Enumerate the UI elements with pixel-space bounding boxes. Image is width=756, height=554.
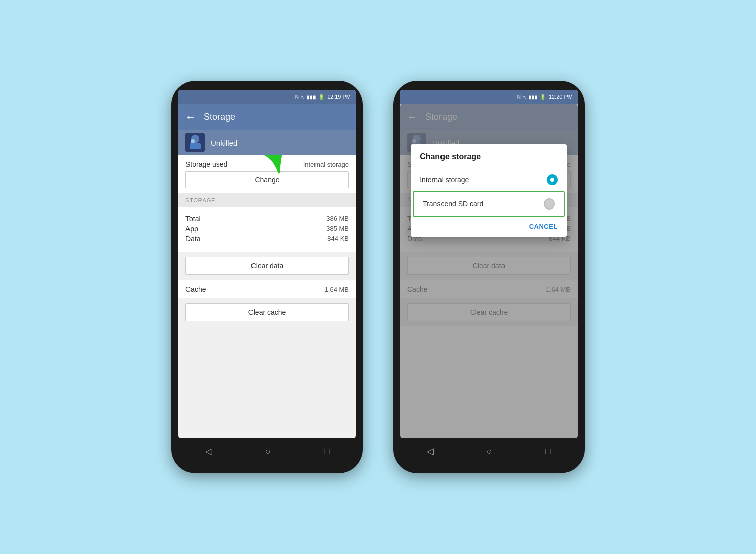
- change-storage-button-1[interactable]: Change: [185, 171, 349, 188]
- dialog-overlay: Change storage Internal storage Transcen…: [400, 104, 578, 438]
- radio-internal-selected[interactable]: [547, 174, 558, 185]
- nfc-icon-2: N: [517, 94, 521, 100]
- dialog-cancel-area: CANCEL: [411, 217, 567, 237]
- status-bar-1: N ∿ ▮▮▮ 🔋 12:19 PM: [178, 90, 356, 104]
- data-label-1: Data: [185, 235, 201, 243]
- nav-back-1[interactable]: ◁: [205, 446, 212, 457]
- clear-cache-button-1[interactable]: Clear cache: [185, 303, 349, 321]
- battery-icon-2: 🔋: [540, 94, 546, 100]
- battery-icon: 🔋: [318, 94, 324, 100]
- time-2: 12:20 PM: [549, 94, 573, 100]
- sdcard-label: Transcend SD card: [423, 200, 483, 208]
- detail-data-1: Data 844 KB: [185, 235, 349, 243]
- detail-total-1: Total 386 MB: [185, 215, 349, 223]
- app-label-1: App: [185, 225, 198, 233]
- storage-used-value-1: Internal storage: [303, 161, 349, 168]
- section-header-1: STORAGE: [178, 193, 356, 207]
- phones-container: N ∿ ▮▮▮ 🔋 12:19 PM ← Storage: [171, 81, 585, 473]
- nav-bar-1: ◁ ○ □: [178, 438, 356, 464]
- total-label-1: Total: [185, 215, 201, 223]
- dialog-option-internal[interactable]: Internal storage: [411, 168, 567, 191]
- svg-point-3: [191, 139, 195, 143]
- wifi-icon: ∿: [301, 94, 305, 100]
- app-name-1: Unkilled: [211, 138, 237, 147]
- dialog-cancel-button[interactable]: CANCEL: [529, 223, 558, 230]
- back-button-1[interactable]: ←: [185, 111, 196, 123]
- app-bar-1: ← Storage: [178, 104, 356, 130]
- dialog-option-sdcard[interactable]: Transcend SD card: [413, 191, 565, 217]
- storage-details-1: Total 386 MB App 385 MB Data 844 KB: [178, 207, 356, 252]
- phone-1: N ∿ ▮▮▮ 🔋 12:19 PM ← Storage: [171, 81, 363, 473]
- change-storage-dialog: Change storage Internal storage Transcen…: [411, 144, 567, 237]
- storage-used-section-1: Storage used Internal storage Change: [178, 155, 356, 193]
- cache-value-1: 1.64 MB: [325, 286, 349, 293]
- wifi-icon-2: ∿: [523, 94, 527, 100]
- internal-storage-label: Internal storage: [420, 176, 469, 184]
- page-title-1: Storage: [204, 112, 235, 122]
- screen-content-1: Storage used Internal storage Change: [178, 155, 356, 438]
- status-icons-2: N ∿ ▮▮▮ 🔋: [517, 94, 546, 100]
- phone-2-screen: N ∿ ▮▮▮ 🔋 12:20 PM ← Storage: [400, 90, 578, 438]
- app-value-1: 385 MB: [326, 225, 349, 233]
- nfc-icon: N: [295, 94, 299, 100]
- data-value-1: 844 KB: [327, 235, 349, 243]
- time-1: 12:19 PM: [327, 94, 351, 100]
- storage-used-label-1: Storage used: [185, 160, 227, 168]
- nav-recents-1[interactable]: □: [324, 446, 329, 457]
- app-icon-1: [185, 133, 205, 152]
- nav-home-1[interactable]: ○: [265, 446, 271, 457]
- detail-app-1: App 385 MB: [185, 225, 349, 233]
- clear-data-button-1[interactable]: Clear data: [185, 257, 349, 275]
- nav-home-2[interactable]: ○: [487, 446, 492, 457]
- screen-wrapper-2: ← Storage Unkilled: [400, 104, 578, 438]
- cache-label-1: Cache: [185, 285, 206, 293]
- radio-sdcard-unselected[interactable]: [544, 198, 555, 210]
- nav-bar-2: ◁ ○ □: [400, 438, 578, 464]
- phone-1-screen: N ∿ ▮▮▮ 🔋 12:19 PM ← Storage: [178, 90, 356, 438]
- phone-2: N ∿ ▮▮▮ 🔋 12:20 PM ← Storage: [393, 81, 585, 473]
- signal-icon: ▮▮▮: [307, 94, 316, 100]
- status-icons-1: N ∿ ▮▮▮ 🔋: [295, 94, 324, 100]
- dialog-title: Change storage: [411, 152, 567, 168]
- cache-row-1: Cache 1.64 MB: [178, 280, 356, 298]
- svg-rect-2: [190, 143, 201, 149]
- app-header-1: Unkilled: [178, 130, 356, 155]
- total-value-1: 386 MB: [326, 215, 349, 223]
- status-bar-2: N ∿ ▮▮▮ 🔋 12:20 PM: [400, 90, 578, 104]
- nav-recents-2[interactable]: □: [545, 446, 551, 457]
- nav-back-2[interactable]: ◁: [427, 446, 434, 457]
- signal-icon-2: ▮▮▮: [529, 94, 538, 100]
